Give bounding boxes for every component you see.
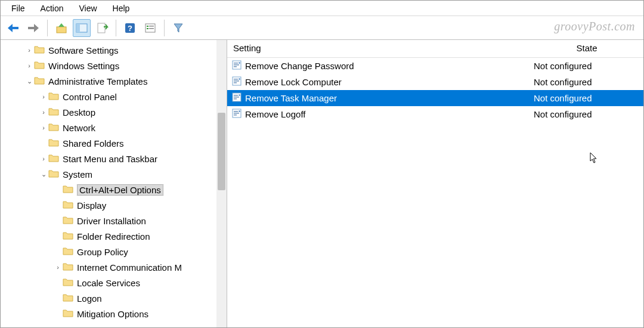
filter-button[interactable] [169, 19, 187, 37]
all-settings-button[interactable] [141, 19, 159, 37]
menu-view[interactable]: View [72, 2, 104, 14]
toolbar-separator [164, 20, 165, 36]
forward-button[interactable] [24, 19, 42, 37]
tree-item[interactable]: ⌄System [1, 166, 227, 182]
svg-rect-8 [149, 26, 154, 27]
svg-rect-2 [76, 24, 80, 32]
tree-item[interactable]: ›Internet Communication M [1, 259, 227, 275]
tree-item-label: System [63, 169, 92, 180]
tree-item-label: Desktop [63, 107, 95, 117]
tree-item[interactable]: Group Policy [1, 244, 227, 259]
tree-item[interactable]: Mitigation Options [1, 306, 227, 321]
tree-item-label: Group Policy [77, 247, 128, 257]
help-button[interactable]: ? [121, 19, 139, 37]
folder-icon [34, 45, 48, 55]
tree-item-label: Display [77, 200, 106, 211]
tree-item-label: Shared Folders [63, 138, 124, 148]
folder-icon [48, 92, 63, 102]
svg-rect-14 [234, 66, 237, 67]
expander-icon[interactable]: › [53, 264, 63, 271]
folder-icon [63, 278, 77, 288]
tree-item-label: Network [63, 123, 95, 133]
svg-rect-18 [234, 81, 239, 82]
watermark: groovyPost.com [554, 20, 635, 33]
tree-item[interactable]: ›Desktop [1, 104, 227, 120]
expander-icon[interactable]: › [24, 62, 34, 69]
menubar: File Action View Help [1, 1, 643, 16]
tree-item[interactable]: ›Network [1, 120, 227, 135]
tree-item-label: Start Menu and Taskbar [63, 154, 157, 164]
tree-item[interactable]: Display [1, 197, 227, 213]
setting-state: Not configured [530, 61, 643, 71]
column-header-setting[interactable]: Setting [227, 40, 530, 57]
tree-item[interactable]: Folder Redirection [1, 228, 227, 244]
folder-icon [48, 169, 63, 180]
tree-item[interactable]: Shared Folders [1, 135, 227, 151]
tree-item[interactable]: ›Software Settings [1, 42, 227, 58]
tree-item-label: Windows Settings [48, 61, 119, 71]
svg-rect-28 [234, 113, 239, 114]
menu-help[interactable]: Help [106, 2, 137, 14]
svg-rect-0 [57, 27, 66, 33]
show-hide-tree-button[interactable] [73, 19, 91, 37]
setting-name: Remove Logoff [245, 109, 305, 119]
svg-point-15 [239, 62, 240, 64]
tree-item[interactable]: ›Windows Settings [1, 58, 227, 73]
setting-icon [232, 109, 242, 120]
scrollbar-thumb[interactable] [218, 113, 225, 190]
tree-item-label: Internet Communication M [77, 262, 182, 273]
list-pane: Setting State Remove Change PasswordNot … [227, 40, 643, 327]
setting-state: Not configured [530, 77, 643, 87]
tree-item[interactable]: Ctrl+Alt+Del Options [1, 182, 227, 197]
setting-row[interactable]: Remove LogoffNot configured [227, 106, 643, 122]
expander-icon[interactable]: › [24, 47, 34, 54]
svg-text:?: ? [128, 24, 132, 33]
menu-action[interactable]: Action [33, 2, 71, 14]
setting-name: Remove Task Manager [245, 93, 337, 103]
setting-name: Remove Lock Computer [245, 77, 342, 87]
tree-scrollbar[interactable] [216, 40, 227, 327]
up-button[interactable] [52, 19, 70, 37]
column-header-state[interactable]: State [530, 40, 643, 57]
folder-icon [63, 293, 77, 304]
folder-icon [48, 123, 63, 133]
setting-row[interactable]: Remove Task ManagerNot configured [227, 90, 643, 106]
setting-row[interactable]: Remove Change PasswordNot configured [227, 58, 643, 74]
svg-rect-13 [234, 64, 239, 66]
folder-icon [48, 138, 63, 148]
svg-rect-3 [98, 23, 105, 33]
tree-item-label: Locale Services [77, 278, 140, 288]
tree-item[interactable]: ›Start Menu and Taskbar [1, 151, 227, 166]
expander-icon[interactable]: ⌄ [39, 171, 48, 178]
setting-row[interactable]: Remove Lock ComputerNot configured [227, 74, 643, 90]
tree-pane: ›Software Settings›Windows Settings⌄Admi… [1, 40, 227, 327]
expander-icon[interactable]: › [39, 155, 48, 162]
expander-icon[interactable]: ⌄ [24, 78, 34, 85]
expander-icon[interactable]: › [39, 93, 48, 100]
tree-item[interactable]: Locale Services [1, 275, 227, 290]
tree-item[interactable]: ›Control Panel [1, 89, 227, 104]
tree-item[interactable]: ⌄Administrative Templates [1, 73, 227, 89]
menu-file[interactable]: File [4, 2, 32, 14]
tree-item-label: Driver Installation [77, 216, 146, 226]
folder-icon [63, 216, 77, 226]
expander-icon[interactable]: › [39, 109, 48, 116]
svg-point-20 [239, 78, 240, 80]
svg-rect-29 [234, 115, 237, 116]
cursor-icon [590, 152, 598, 164]
setting-state: Not configured [530, 93, 643, 103]
tree-item-label: Logon [77, 293, 102, 304]
export-list-button[interactable] [93, 19, 111, 37]
expander-icon[interactable]: › [39, 124, 48, 131]
folder-icon [48, 154, 63, 164]
svg-rect-9 [147, 28, 148, 29]
tree-item[interactable]: Logon [1, 290, 227, 306]
svg-rect-24 [234, 98, 237, 100]
folder-icon [63, 309, 77, 319]
tree-item[interactable]: Driver Installation [1, 213, 227, 228]
tree-item-label: Mitigation Options [77, 309, 148, 319]
tree-item-label: Folder Redirection [77, 231, 150, 242]
svg-rect-12 [234, 63, 238, 64]
back-button[interactable] [4, 19, 22, 37]
tree-item-label: Software Settings [48, 45, 119, 55]
